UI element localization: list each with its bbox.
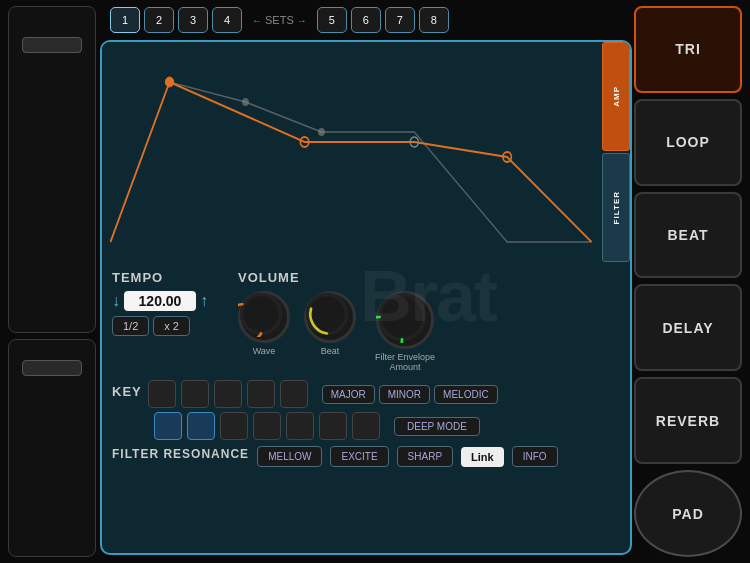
svg-point-5 bbox=[318, 128, 325, 136]
tempo-double-btn[interactable]: x 2 bbox=[153, 316, 190, 336]
deep-mode-btn[interactable]: DEEP MODE bbox=[394, 417, 480, 436]
key-btn-b1[interactable] bbox=[154, 412, 182, 440]
wave-knob[interactable] bbox=[238, 291, 290, 343]
set-btn-3[interactable]: 3 bbox=[178, 7, 208, 33]
key-btn-2[interactable] bbox=[181, 380, 209, 408]
amp-tab[interactable]: AMP bbox=[602, 42, 630, 151]
set-btn-5[interactable]: 5 bbox=[317, 7, 347, 33]
svg-point-1 bbox=[300, 137, 308, 147]
filter-tab-label: FILTER bbox=[612, 191, 621, 224]
key-btn-b2[interactable] bbox=[187, 412, 215, 440]
side-tabs: AMP FILTER bbox=[602, 42, 630, 262]
info-btn[interactable]: INFO bbox=[512, 446, 558, 467]
key-top-row bbox=[148, 380, 308, 408]
mellow-btn[interactable]: MELLOW bbox=[257, 446, 322, 467]
slider-thumb-top[interactable] bbox=[22, 37, 82, 53]
svg-point-4 bbox=[242, 98, 249, 106]
volume-section: VOLUME Wave bbox=[238, 270, 440, 372]
left-sidebar bbox=[8, 6, 96, 557]
beat-knob[interactable] bbox=[304, 291, 356, 343]
tempo-sub-btns: 1/2 x 2 bbox=[112, 316, 208, 336]
set-btn-7[interactable]: 7 bbox=[385, 7, 415, 33]
beat-knob-container: Beat bbox=[304, 291, 356, 356]
svg-point-3 bbox=[503, 152, 511, 162]
set-btn-2[interactable]: 2 bbox=[144, 7, 174, 33]
key-btn-4[interactable] bbox=[247, 380, 275, 408]
key-btn-b6[interactable] bbox=[319, 412, 347, 440]
beat-knob-label: Beat bbox=[321, 346, 340, 356]
main-area: AMP FILTER TEMPO ↓ 120.00 ↑ 1/2 x 2 bbox=[100, 40, 632, 555]
key-btn-3[interactable] bbox=[214, 380, 242, 408]
melodic-btn[interactable]: MELODIC bbox=[434, 385, 498, 404]
filter-env-knob[interactable] bbox=[376, 291, 434, 349]
amp-tab-label: AMP bbox=[612, 86, 621, 107]
wave-knob-container: Wave bbox=[238, 291, 290, 356]
pad-btn[interactable]: PAD bbox=[634, 470, 742, 557]
filter-section: FILTER RESONANCE MELLOW EXCITE SHARP Lin… bbox=[112, 446, 620, 467]
key-bottom-row bbox=[154, 412, 380, 440]
filter-env-knob-label: Filter Envelope Amount bbox=[370, 352, 440, 372]
right-sidebar: TRI LOOP BEAT DELAY REVERB PAD bbox=[634, 6, 742, 557]
tempo-section: TEMPO ↓ 120.00 ↑ 1/2 x 2 bbox=[112, 270, 208, 336]
key-btn-b4[interactable] bbox=[253, 412, 281, 440]
wave-knob-arc bbox=[238, 291, 284, 337]
link-btn[interactable]: Link bbox=[461, 447, 504, 467]
wave-knob-label: Wave bbox=[253, 346, 276, 356]
tempo-controls: ↓ 120.00 ↑ bbox=[112, 291, 208, 311]
tempo-down-arrow[interactable]: ↓ bbox=[112, 292, 120, 310]
major-btn[interactable]: MAJOR bbox=[322, 385, 375, 404]
beat-btn[interactable]: BEAT bbox=[634, 192, 742, 279]
slider-thumb-bottom[interactable] bbox=[22, 360, 82, 376]
key-btn-b3[interactable] bbox=[220, 412, 248, 440]
filter-resonance-label: FILTER RESONANCE bbox=[112, 447, 249, 461]
sets-arrow-right[interactable]: → bbox=[297, 15, 307, 26]
svg-point-6 bbox=[242, 295, 281, 334]
set-btn-6[interactable]: 6 bbox=[351, 7, 381, 33]
minor-btn[interactable]: MINOR bbox=[379, 385, 430, 404]
filter-env-knob-arc bbox=[376, 291, 428, 343]
loop-btn[interactable]: LOOP bbox=[634, 99, 742, 186]
slider-bottom[interactable] bbox=[8, 339, 96, 557]
delay-btn[interactable]: DELAY bbox=[634, 284, 742, 371]
filter-tab[interactable]: FILTER bbox=[602, 153, 630, 262]
key-btn-b5[interactable] bbox=[286, 412, 314, 440]
top-bar: 1 2 3 4 ← SETS → 5 6 7 8 bbox=[110, 6, 630, 34]
beat-knob-arc bbox=[304, 291, 350, 337]
slider-top[interactable] bbox=[8, 6, 96, 333]
tempo-half-btn[interactable]: 1/2 bbox=[112, 316, 149, 336]
reverb-btn[interactable]: REVERB bbox=[634, 377, 742, 464]
svg-point-8 bbox=[380, 295, 425, 340]
set-btn-1[interactable]: 1 bbox=[110, 7, 140, 33]
set-btn-8[interactable]: 8 bbox=[419, 7, 449, 33]
knobs-row: Wave Beat bbox=[238, 291, 440, 372]
key-btn-1[interactable] bbox=[148, 380, 176, 408]
tempo-display[interactable]: 120.00 bbox=[124, 291, 196, 311]
tempo-up-arrow[interactable]: ↑ bbox=[200, 292, 208, 310]
key-btn-b7[interactable] bbox=[352, 412, 380, 440]
svg-point-0 bbox=[165, 77, 173, 87]
sets-arrow-left[interactable]: ← bbox=[252, 15, 262, 26]
key-mode-btns: MAJOR MINOR MELODIC bbox=[322, 385, 498, 404]
volume-label: VOLUME bbox=[238, 270, 440, 285]
key-label: KEY bbox=[112, 384, 142, 399]
filter-env-knob-container: Filter Envelope Amount bbox=[370, 291, 440, 372]
tempo-label: TEMPO bbox=[112, 270, 208, 285]
key-btn-5[interactable] bbox=[280, 380, 308, 408]
envelope-svg bbox=[102, 42, 600, 262]
sets-label: ← SETS → bbox=[246, 14, 313, 26]
key-section: KEY MAJOR MINOR MELODIC bbox=[112, 380, 620, 440]
tri-btn[interactable]: TRI bbox=[634, 6, 742, 93]
svg-point-2 bbox=[410, 137, 418, 147]
excite-btn[interactable]: EXCITE bbox=[330, 446, 388, 467]
envelope-display[interactable] bbox=[102, 42, 600, 262]
controls-section: TEMPO ↓ 120.00 ↑ 1/2 x 2 VOLUME bbox=[102, 262, 630, 553]
svg-point-7 bbox=[308, 295, 347, 334]
set-btn-4[interactable]: 4 bbox=[212, 7, 242, 33]
sharp-btn[interactable]: SHARP bbox=[397, 446, 453, 467]
